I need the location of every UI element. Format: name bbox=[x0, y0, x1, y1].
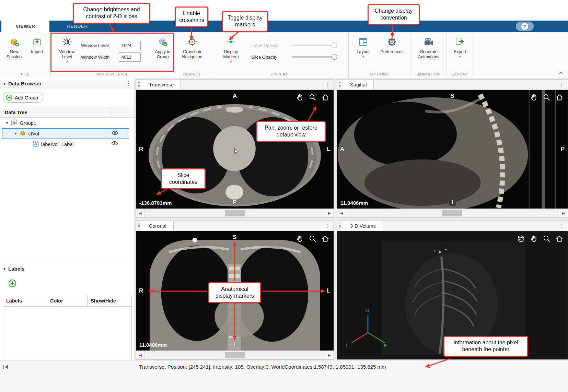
column-header-color: Color bbox=[47, 295, 88, 306]
callout-change-display-convention: Change display convention bbox=[368, 4, 420, 25]
data-tree-title: Data Tree bbox=[5, 110, 27, 115]
crosshair-navigation-label: Crosshair Navigation bbox=[181, 49, 204, 60]
transverse-image[interactable]: A R L P -136.8703mm bbox=[136, 90, 334, 209]
tree-item-label: labelVol_Label bbox=[41, 142, 73, 147]
generate-animations-button[interactable]: Generate Animations bbox=[414, 36, 443, 60]
tab-3d-volume-view[interactable]: 3-D Volume bbox=[343, 221, 383, 231]
home-restore-view-icon[interactable] bbox=[555, 93, 564, 103]
toolstrip-section-inspect: Crosshair Navigation INSPECT bbox=[174, 32, 210, 78]
tab-coronal-view[interactable]: Coronal bbox=[142, 221, 174, 231]
home-restore-view-icon[interactable] bbox=[555, 235, 564, 244]
zoom-magnifier-icon[interactable] bbox=[543, 235, 551, 244]
volume-cube-icon bbox=[19, 130, 26, 138]
slice-opacity-slider-thumb[interactable] bbox=[332, 54, 337, 60]
tree-item-group1[interactable]: ▾ Group1 bbox=[0, 118, 135, 128]
zoom-magnifier-icon[interactable] bbox=[309, 93, 317, 103]
labels-title: Labels bbox=[8, 266, 25, 272]
sagittal-image[interactable]: S A P I 11.0406mm bbox=[337, 90, 568, 209]
scroll-thumb[interactable] bbox=[442, 210, 462, 216]
crosshair-navigation-button[interactable]: Crosshair Navigation bbox=[181, 36, 204, 60]
coronal-marker-superior: S bbox=[233, 234, 236, 241]
display-markers-icon bbox=[226, 37, 236, 48]
scroll-track[interactable] bbox=[346, 209, 559, 217]
coronal-slice-coordinate: 11.0406mm bbox=[139, 342, 167, 348]
transverse-menu-icon[interactable]: ⋮ bbox=[325, 81, 331, 88]
collapse-panel-icon[interactable] bbox=[3, 364, 9, 371]
preferences-label: Preferences bbox=[380, 49, 403, 55]
rotate-3d-icon[interactable] bbox=[517, 235, 525, 244]
import-button[interactable]: Import bbox=[27, 36, 47, 55]
minimize-toolstrip-icon[interactable] bbox=[558, 70, 564, 76]
ctvol-visibility-eye-icon[interactable] bbox=[112, 130, 118, 136]
export-button[interactable]: Export ▾ bbox=[450, 36, 470, 59]
volume-menu-icon[interactable]: ⋮ bbox=[559, 223, 565, 229]
apply-to-group-button[interactable]: Apply to Group bbox=[152, 36, 174, 60]
slice-opacity-slider[interactable] bbox=[292, 54, 337, 60]
volume-tab-label: 3-D Volume bbox=[350, 223, 376, 229]
data-browser-menu-icon[interactable]: ⋮ bbox=[125, 80, 131, 87]
pan-hand-icon[interactable] bbox=[530, 93, 538, 103]
pan-hand-icon[interactable] bbox=[296, 235, 304, 244]
scroll-thumb[interactable] bbox=[225, 210, 245, 216]
layout-button[interactable]: Layout ▾ bbox=[353, 36, 373, 59]
coronal-scrollbar[interactable]: ◀ ▶ bbox=[136, 351, 334, 359]
label-opacity-slider-thumb[interactable] bbox=[332, 43, 337, 48]
tab-sagittal-view[interactable]: Sagittal bbox=[343, 80, 374, 90]
pan-hand-icon[interactable] bbox=[530, 235, 538, 244]
new-session-button[interactable]: New Session bbox=[3, 36, 25, 60]
sagittal-scrollbar[interactable]: ◀ ▶ bbox=[337, 209, 568, 217]
panel-grip-icon[interactable] bbox=[136, 80, 142, 90]
callout-slice-coordinates: Slice coordinates bbox=[161, 168, 206, 189]
labelvol-visibility-eye-icon[interactable] bbox=[111, 141, 118, 147]
label-opacity-slider[interactable] bbox=[292, 42, 337, 48]
tree-item-ctvol[interactable]: ▾ ctVol bbox=[2, 128, 129, 139]
data-browser-title: Data Browser bbox=[8, 81, 123, 86]
scroll-right-button[interactable]: ▶ bbox=[559, 209, 568, 217]
window-level-button[interactable]: Window Level ▾ bbox=[56, 36, 78, 64]
zoom-magnifier-icon[interactable] bbox=[309, 235, 317, 244]
axis-superior-label: S bbox=[366, 307, 369, 313]
tree-item-labelvol-label[interactable]: labelVol_Label bbox=[0, 139, 135, 150]
add-group-button[interactable]: Add Group bbox=[3, 93, 43, 103]
scroll-right-button[interactable]: ▶ bbox=[325, 351, 334, 359]
sagittal-marker-anterior: A bbox=[340, 146, 344, 153]
coronal-marker-left: L bbox=[327, 287, 331, 294]
transverse-scrollbar[interactable]: ◀ ▶ bbox=[136, 209, 334, 217]
scroll-left-button[interactable]: ◀ bbox=[136, 209, 145, 217]
display-markers-label: Display Markers bbox=[218, 49, 244, 60]
new-session-icon bbox=[9, 37, 19, 48]
tree-item-label: Group1 bbox=[20, 120, 36, 126]
window-width-input[interactable] bbox=[119, 52, 141, 62]
window-level-input[interactable] bbox=[119, 41, 141, 50]
labels-header[interactable]: ▾ Labels bbox=[0, 263, 135, 274]
callout-enable-crosshairs: Enable crosshairs bbox=[175, 7, 208, 27]
expander-icon[interactable]: ▾ bbox=[6, 121, 8, 125]
scroll-track[interactable] bbox=[145, 209, 325, 217]
add-label-button[interactable] bbox=[8, 279, 17, 288]
scroll-thumb[interactable] bbox=[225, 352, 245, 358]
scroll-right-button[interactable]: ▶ bbox=[325, 209, 334, 217]
panel-grip-icon[interactable] bbox=[337, 221, 343, 231]
home-restore-view-icon[interactable] bbox=[321, 235, 329, 244]
panel-grip-icon[interactable] bbox=[136, 221, 142, 231]
tab-transverse-view[interactable]: Transverse bbox=[142, 80, 181, 90]
layout-label: Layout bbox=[357, 49, 370, 55]
scroll-track[interactable] bbox=[145, 351, 325, 359]
scroll-left-button[interactable]: ◀ bbox=[337, 209, 346, 217]
labels-table-body[interactable] bbox=[3, 307, 132, 361]
display-markers-button[interactable]: Display Markers ▾ bbox=[218, 36, 244, 64]
section-label-export: EXPORT bbox=[447, 72, 473, 76]
expander-icon[interactable]: ▾ bbox=[15, 131, 17, 136]
preferences-button[interactable]: Preferences bbox=[378, 36, 406, 55]
sagittal-menu-icon[interactable]: ⋮ bbox=[559, 81, 565, 88]
help-button[interactable]: ? bbox=[516, 22, 534, 31]
data-browser-panel: ▾ Data Browser ⋮ Add Group Data Tree ▾ bbox=[0, 78, 135, 360]
data-browser-header[interactable]: ▾ Data Browser ⋮ bbox=[0, 78, 135, 89]
coronal-menu-icon[interactable]: ⋮ bbox=[325, 223, 331, 229]
tab-viewer[interactable]: VIEWER bbox=[1, 21, 49, 32]
home-restore-view-icon[interactable] bbox=[321, 93, 329, 103]
pan-hand-icon[interactable] bbox=[296, 93, 304, 103]
scroll-left-button[interactable]: ◀ bbox=[136, 351, 145, 359]
panel-grip-icon[interactable] bbox=[337, 80, 343, 90]
zoom-magnifier-icon[interactable] bbox=[543, 93, 551, 103]
